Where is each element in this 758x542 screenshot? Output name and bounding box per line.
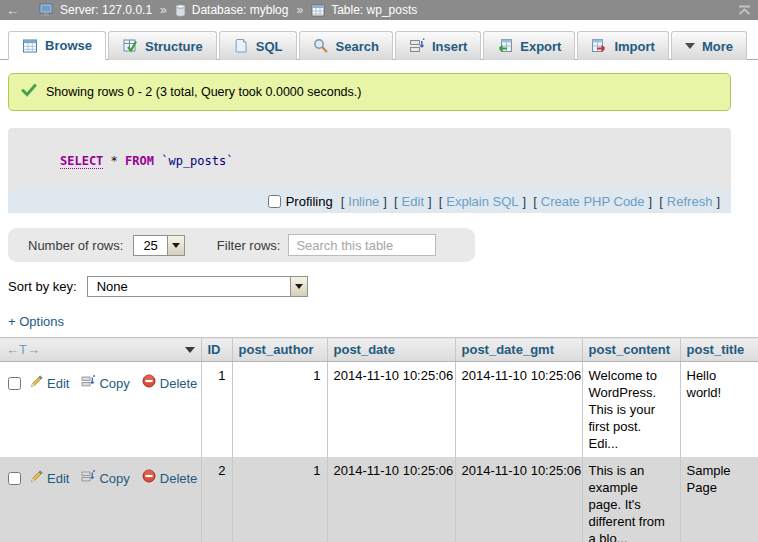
breadcrumb-server[interactable]: Server: 127.0.0.1 <box>60 3 152 17</box>
profiling-checkbox[interactable] <box>268 195 281 208</box>
column-header-post-date-gmt[interactable]: post_date_gmt <box>455 338 582 362</box>
tab-structure[interactable]: Structure <box>108 31 217 60</box>
chevron-down-icon <box>172 243 180 248</box>
tab-label: Browse <box>45 38 92 53</box>
cell-id: 1 <box>201 362 232 458</box>
create-php-code-link[interactable]: Create PHP Code <box>541 194 645 209</box>
cell-post-content: Welcome to WordPress. This is your first… <box>582 362 680 458</box>
delete-row-link[interactable]: Delete <box>160 470 198 487</box>
breadcrumb-separator: » <box>160 3 167 17</box>
sort-by-key-label: Sort by key: <box>8 279 77 294</box>
sql-query-editor[interactable]: SELECT * FROM `wp_posts` <box>8 128 731 189</box>
tab-sql[interactable]: SQL <box>219 31 297 60</box>
row-checkbox[interactable] <box>8 377 21 390</box>
column-header-post-title[interactable]: post_title <box>680 338 758 362</box>
row-checkbox[interactable] <box>8 472 21 485</box>
pencil-icon <box>30 375 43 392</box>
edit-query-link[interactable]: Edit <box>402 194 424 209</box>
column-order-icon[interactable]: ←T→ <box>6 342 40 357</box>
edit-row-link[interactable]: Edit <box>47 470 69 487</box>
select-dropdown-button[interactable] <box>167 236 184 255</box>
tab-label: Export <box>520 39 561 54</box>
query-toolbar: Profiling [ Inline ] [ Edit ] [ Explain … <box>8 189 731 213</box>
status-message-text: Showing rows 0 - 2 (3 total, Query took … <box>46 85 361 99</box>
selected-rows-value: 25 <box>134 236 166 255</box>
filter-rows-input[interactable] <box>288 234 436 256</box>
select-dropdown-button[interactable] <box>290 277 307 296</box>
copy-icon <box>81 470 95 487</box>
number-of-rows-select[interactable]: 25 <box>133 235 184 256</box>
table-header-row: ←T→ ID post_author post_date post_date_g… <box>0 338 758 362</box>
header-actions-cell: ←T→ <box>0 338 201 362</box>
number-of-rows-label: Number of rows: <box>28 238 123 253</box>
database-icon <box>175 4 186 17</box>
sql-query-box: SELECT * FROM `wp_posts` Profiling [ Inl… <box>8 128 731 213</box>
bracket: [ <box>533 194 537 209</box>
sql-icon <box>233 38 249 54</box>
refresh-link[interactable]: Refresh <box>667 194 713 209</box>
cell-id: 2 <box>201 457 232 542</box>
tab-label: Structure <box>145 39 203 54</box>
breadcrumb-database[interactable]: Database: myblog <box>192 3 289 17</box>
edit-row-link[interactable]: Edit <box>47 375 69 392</box>
profiling-label: Profiling <box>286 194 333 209</box>
table-row: Edit Copy Delete 2 1 2014-11-10 10:25:06… <box>0 457 758 542</box>
bracket: [ <box>394 194 398 209</box>
tab-label: Search <box>336 39 379 54</box>
tab-export[interactable]: Export <box>483 31 575 60</box>
rows-filter-panel: Number of rows: 25 Filter rows: <box>8 228 475 262</box>
tab-insert[interactable]: Insert <box>395 31 481 60</box>
tab-more[interactable]: More <box>671 31 747 60</box>
insert-icon <box>409 38 425 54</box>
sort-by-key-select[interactable]: None <box>87 276 308 297</box>
explain-sql-link[interactable]: Explain SQL <box>446 194 518 209</box>
tab-browse[interactable]: Browse <box>8 31 106 60</box>
sql-table-identifier: `wp_posts` <box>161 154 233 168</box>
copy-row-link[interactable]: Copy <box>99 375 129 392</box>
tab-import[interactable]: Import <box>577 31 668 60</box>
sort-by-key-row: Sort by key: None <box>8 276 758 297</box>
cell-post-date: 2014-11-10 10:25:06 <box>327 362 455 458</box>
inline-link[interactable]: Inline <box>348 194 379 209</box>
tab-label: SQL <box>256 39 283 54</box>
column-header-post-author[interactable]: post_author <box>232 338 327 362</box>
cell-post-content: This is an example page. It's different … <box>582 457 680 542</box>
bracket: [ <box>439 194 443 209</box>
options-toggle-link[interactable]: + Options <box>8 314 64 329</box>
bracket: [ <box>659 194 663 209</box>
breadcrumb-separator: » <box>296 3 303 17</box>
back-arrow-icon[interactable]: ← <box>6 3 19 18</box>
success-check-icon <box>21 84 37 100</box>
sql-keyword: SELECT <box>60 154 103 169</box>
cell-post-title: Sample Page <box>680 457 758 542</box>
search-icon <box>313 38 329 54</box>
table-row: Edit Copy Delete 1 1 2014-11-10 10:25:06… <box>0 362 758 458</box>
tab-label: More <box>702 39 733 54</box>
column-header-post-date[interactable]: post_date <box>327 338 455 362</box>
status-message: Showing rows 0 - 2 (3 total, Query took … <box>8 73 731 111</box>
export-icon <box>497 38 513 54</box>
table-tabs: Browse Structure SQL Search Insert Expor… <box>0 30 758 60</box>
delete-icon <box>142 469 156 487</box>
bracket: ] <box>523 194 527 209</box>
cell-post-date: 2014-11-10 10:25:06 <box>327 457 455 542</box>
tab-label: Import <box>614 39 654 54</box>
breadcrumb-table[interactable]: Table: wp_posts <box>331 3 417 17</box>
copy-row-link[interactable]: Copy <box>99 470 129 487</box>
column-options-icon[interactable] <box>185 347 195 353</box>
tab-search[interactable]: Search <box>299 31 393 60</box>
chevron-down-icon <box>295 284 303 289</box>
column-header-id[interactable]: ID <box>201 338 232 362</box>
pencil-icon <box>30 470 43 487</box>
delete-row-link[interactable]: Delete <box>160 375 198 392</box>
copy-icon <box>81 375 95 392</box>
chevron-down-icon <box>685 43 695 49</box>
cell-post-author: 1 <box>232 362 327 458</box>
structure-icon <box>122 38 138 54</box>
sql-star: * <box>111 154 118 168</box>
column-header-post-content[interactable]: post_content <box>582 338 680 362</box>
results-table: ←T→ ID post_author post_date post_date_g… <box>0 337 758 542</box>
collapse-top-icon[interactable] <box>737 5 752 16</box>
filter-rows-label: Filter rows: <box>217 238 281 253</box>
sql-keyword: FROM <box>125 154 154 168</box>
